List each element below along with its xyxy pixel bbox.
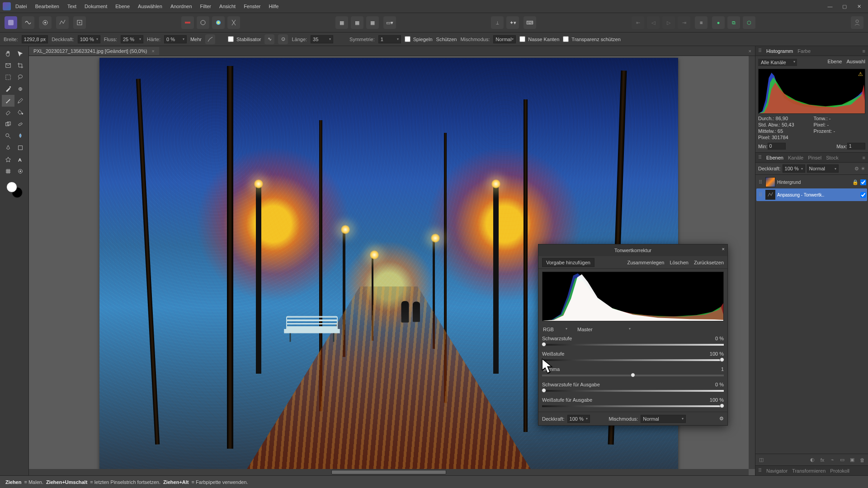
panel-menu-icon[interactable]: ≡	[863, 155, 865, 160]
snap-right-icon[interactable]: ▦	[366, 16, 379, 29]
histo-min-input[interactable]	[768, 143, 786, 150]
protokoll-tab[interactable]: Protokoll	[830, 468, 849, 474]
haerte-input[interactable]: 0 %	[164, 35, 187, 43]
histogram-tab[interactable]: Histogramm	[766, 48, 793, 54]
tab-close-all-icon[interactable]: ×	[749, 48, 755, 54]
black-level-slider[interactable]	[542, 344, 724, 346]
channel-select[interactable]: Alle Kanäle	[758, 59, 797, 66]
gamma-slider[interactable]	[542, 375, 724, 376]
menu-ebene[interactable]: Ebene	[115, 4, 130, 9]
window-close-button[interactable]: ✕	[853, 2, 865, 11]
preview-icon[interactable]: ⌨	[524, 16, 536, 29]
deckkraft-input[interactable]: 100 %	[78, 35, 100, 43]
panel-menu-icon[interactable]: ≡	[863, 48, 865, 54]
fill-tool[interactable]	[14, 107, 27, 118]
heal-tool[interactable]	[14, 118, 27, 130]
window-mode-icon[interactable]: ⊙	[278, 34, 288, 44]
hand-tool[interactable]	[2, 48, 14, 60]
nasse-kanten-checkbox[interactable]: Nasse Kanten	[519, 36, 559, 42]
selection-tool[interactable]	[2, 71, 14, 83]
liquify-persona-button[interactable]	[22, 16, 34, 29]
color-icon[interactable]	[212, 16, 225, 29]
schuetzen-link[interactable]: Schützen	[436, 37, 457, 42]
horizontal-scrollbar[interactable]	[29, 469, 749, 475]
horizontal-scrollbar-thumb[interactable]	[331, 470, 447, 474]
add-layer-icon[interactable]: ▭	[838, 456, 846, 464]
panel-grip-icon[interactable]: ⠿	[758, 48, 762, 54]
white-level-slider[interactable]	[542, 359, 724, 361]
add-adjust-icon[interactable]: ◐	[808, 456, 816, 464]
layer-thumb[interactable]	[765, 177, 775, 187]
develop-persona-button[interactable]	[39, 16, 52, 29]
layer-visibility-icon[interactable]: ⠿	[757, 179, 764, 185]
menu-bearbeiten[interactable]: Bearbeiten	[35, 4, 59, 9]
dialog-blend-select[interactable]: Normal	[641, 415, 686, 423]
navigator-tab[interactable]: Navigator	[766, 468, 788, 474]
sync-on-icon[interactable]: ●	[712, 16, 725, 29]
menu-fenster[interactable]: Fenster	[244, 4, 260, 9]
histo-ebene-link[interactable]: Ebene	[828, 59, 842, 64]
text-tool[interactable]: A	[14, 154, 27, 165]
brush-select-tool[interactable]	[14, 83, 27, 95]
menu-hilfe[interactable]: Hilfe	[269, 4, 278, 9]
tone-mapping-persona-button[interactable]	[56, 16, 69, 29]
crop-tool[interactable]	[14, 60, 27, 71]
foreground-color-swatch[interactable]	[6, 182, 17, 192]
breite-input[interactable]: 1292,8 px	[22, 35, 48, 43]
channels-tab[interactable]: Kanäle	[788, 155, 803, 160]
farbe-tab[interactable]: Farbe	[797, 48, 811, 54]
slider-thumb[interactable]	[720, 357, 724, 362]
fluss-input[interactable]: 25 %	[121, 35, 143, 43]
doc-setup-icon[interactable]: ▭▾	[383, 16, 396, 29]
window-maximize-button[interactable]: ▢	[838, 2, 851, 11]
sync-link-icon[interactable]: ⬡	[743, 16, 755, 29]
black-output-slider[interactable]	[542, 390, 724, 392]
dialog-gear-icon[interactable]: ⚙	[719, 416, 724, 422]
snap-center-icon[interactable]: ▦	[351, 16, 363, 29]
menu-dokument[interactable]: Dokument	[85, 4, 107, 9]
panel-grip-icon[interactable]: ⠿	[758, 468, 762, 474]
laenge-input[interactable]: 35	[311, 35, 333, 43]
panel-grip-icon[interactable]: ⠿	[758, 155, 762, 160]
close-tab-icon[interactable]: ×	[151, 48, 154, 54]
merge-button[interactable]: Zusammenlegen	[627, 260, 664, 265]
delete-button[interactable]: Löschen	[670, 260, 689, 265]
dialog-titlebar[interactable]: Tonwertkorrektur ×	[538, 244, 727, 256]
picker-tool[interactable]	[14, 165, 27, 177]
levels-dialog[interactable]: Tonwertkorrektur × Vorgabe hinzufügen Zu…	[538, 244, 728, 426]
layer-visible-checkbox[interactable]	[860, 179, 866, 185]
stock-tab[interactable]: Stock	[826, 155, 839, 160]
slider-thumb[interactable]	[720, 404, 724, 408]
layer-item-adjustment[interactable]: ⠿ Anpassung - Tonwertk..	[756, 188, 867, 201]
menu-text[interactable]: Text	[67, 4, 76, 9]
master-select[interactable]: Master	[576, 326, 631, 333]
window-minimize-button[interactable]: —	[824, 2, 836, 11]
colorspace-select[interactable]: RGB	[542, 326, 567, 333]
dialog-opacity-input[interactable]: 100 %	[567, 415, 590, 423]
mischmodus-select[interactable]: Normal	[493, 35, 516, 43]
layer-visibility-icon[interactable]: ⠿	[757, 192, 764, 198]
menu-filter[interactable]: Filter	[200, 4, 211, 9]
ruler-icon[interactable]: ⟂	[491, 16, 504, 29]
export-persona-button[interactable]	[73, 16, 86, 29]
layers-blend-select[interactable]: Normal	[807, 164, 839, 173]
slider-thumb[interactable]	[542, 342, 546, 347]
view-tool[interactable]	[2, 60, 14, 71]
clone-tool[interactable]	[2, 118, 14, 130]
add-fx-icon[interactable]: fx	[818, 456, 826, 464]
menu-anordnen[interactable]: Anordnen	[170, 4, 192, 9]
refine-icon[interactable]	[197, 16, 209, 29]
add-mask-icon[interactable]: ◫	[757, 456, 765, 464]
spiegeln-checkbox[interactable]: Spiegeln	[405, 36, 433, 42]
color-swatch[interactable]	[5, 182, 24, 198]
symmetrie-input[interactable]: 1	[378, 35, 401, 43]
slider-thumb[interactable]	[631, 373, 635, 377]
layers-opacity-input[interactable]: 100 %	[783, 164, 805, 173]
quickmask-icon[interactable]	[181, 16, 194, 29]
add-preset-button[interactable]: Vorgabe hinzufügen	[542, 258, 594, 267]
layer-thumb[interactable]	[765, 190, 775, 200]
transparenz-checkbox[interactable]: Transparenz schützen	[563, 36, 620, 42]
sync-copy-icon[interactable]: ⧉	[727, 16, 740, 29]
slider-thumb[interactable]	[542, 388, 546, 393]
paint-brush-tool[interactable]	[2, 95, 14, 107]
